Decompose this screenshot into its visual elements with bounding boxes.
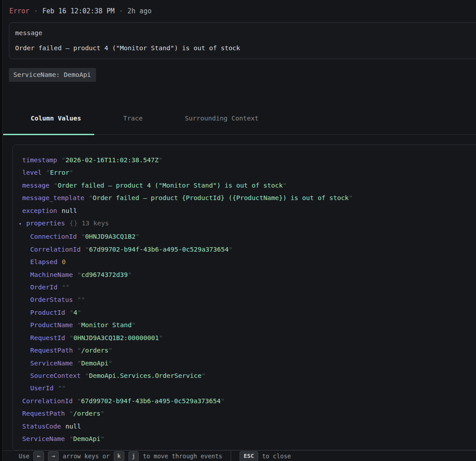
- property-value: "DemoApi": [77, 360, 112, 367]
- header-separator-dot: ·: [119, 7, 123, 16]
- footer-text: arrow keys or: [63, 453, 110, 460]
- property-value: 0: [62, 258, 66, 265]
- property-value: "/orders": [69, 410, 104, 417]
- property-row: CorrelationId"67d99702-b94f-43b6-a495-0c…: [13, 243, 476, 256]
- collapse-caret-icon[interactable]: ▾: [19, 218, 26, 230]
- property-value: "67d99702-b94f-43b6-a495-0c529a373654": [77, 397, 225, 405]
- property-value: null: [65, 423, 81, 430]
- right-arrow-key: →: [48, 451, 59, 461]
- property-key: CorrelationId: [22, 397, 73, 405]
- property-value: "0HNJD9A3CQ1B2": [81, 233, 140, 240]
- property-row: OrderId"": [13, 281, 476, 293]
- property-row: CorrelationId"67d99702-b94f-43b6-a495-0c…: [13, 395, 476, 407]
- property-row: RequestPath"/orders": [13, 407, 476, 420]
- property-row: ServiceName"DemoApi": [13, 357, 476, 369]
- header-separator-dot: ·: [34, 7, 38, 16]
- property-key: OrderId: [30, 284, 57, 291]
- property-key: MachineName: [30, 271, 73, 278]
- property-row: ProductName"Monitor Stand": [13, 319, 476, 331]
- property-row: ProductId"4": [13, 306, 476, 319]
- property-key: exception: [22, 207, 57, 214]
- tab-surrounding-context[interactable]: Surrounding Context: [156, 99, 272, 134]
- footer-text: to close: [262, 453, 291, 460]
- property-list: timestamp"2026-02-16T11:02:38.547Z"level…: [13, 154, 476, 445]
- property-row: RequestId"0HNJD9A3CQ1B2:00000001": [13, 332, 476, 344]
- event-timestamp: Feb 16 12:02:38 PM: [42, 7, 115, 16]
- tab-trace[interactable]: Trace: [94, 99, 156, 134]
- property-row: timestamp"2026-02-16T11:02:38.547Z": [13, 154, 476, 166]
- footer-hints: Use←→arrow keys orkjto move through even…: [3, 450, 476, 461]
- property-key: RequestPath: [22, 410, 65, 417]
- left-arrow-key: ←: [33, 451, 44, 461]
- property-row: UserId"": [13, 382, 476, 394]
- property-key: ProductId: [30, 309, 65, 316]
- property-value: "DemoApi.Services.OrderService": [85, 372, 206, 379]
- property-key: SourceContext: [30, 372, 81, 379]
- property-key: ConnectionId: [30, 233, 77, 240]
- property-row: ▾properties{}13 keys: [13, 217, 476, 230]
- property-value: "67d99702-b94f-43b6-a495-0c529a373654": [85, 246, 233, 253]
- event-detail-panel: Error · Feb 16 12:02:38 PM · 2h ago mess…: [3, 0, 476, 461]
- tab-label: Column Values: [31, 115, 81, 122]
- property-row: exceptionnull: [13, 204, 476, 217]
- property-value: "DemoApi": [69, 435, 104, 442]
- property-value: "4": [70, 309, 81, 316]
- property-row: StatusCodenull: [13, 420, 476, 433]
- property-key: message: [22, 182, 49, 189]
- property-key: properties: [26, 220, 65, 227]
- property-key: ServiceName: [30, 360, 73, 367]
- footer-text: Use: [19, 453, 29, 460]
- property-value: "Order failed — product {ProductId} ({Pr…: [89, 194, 353, 201]
- event-level-label: Error: [9, 7, 29, 16]
- tab-bar: Column Values Trace Surrounding Context: [3, 99, 476, 135]
- property-row: RequestPath"/orders": [13, 344, 476, 357]
- property-value: "": [62, 284, 69, 291]
- event-relative-time: 2h ago: [128, 7, 152, 16]
- property-row: ConnectionId"0HNJD9A3CQ1B2": [13, 230, 476, 243]
- service-name-badge[interactable]: ServiceName: DemoApi: [9, 68, 96, 82]
- tab-column-values[interactable]: Column Values: [3, 99, 94, 134]
- footer-text: to move through events: [143, 453, 222, 460]
- tab-label: Surrounding Context: [185, 115, 259, 122]
- property-key: CorrelationId: [30, 246, 81, 253]
- message-card-text: Order failed — product 4 ("Monitor Stand…: [15, 44, 476, 52]
- property-value: "/orders": [77, 347, 112, 354]
- property-key: level: [22, 169, 42, 176]
- event-header: Error · Feb 16 12:02:38 PM · 2h ago: [3, 0, 476, 16]
- property-key: ProductName: [30, 321, 73, 329]
- property-key: message_template: [22, 194, 84, 201]
- property-value: "cd9674372d39": [77, 271, 132, 278]
- property-key: UserId: [30, 385, 53, 392]
- property-key: OrderStatus: [30, 296, 73, 303]
- property-value: "Error": [46, 169, 73, 176]
- property-row: OrderStatus"": [13, 293, 476, 306]
- property-value: {}13 keys: [69, 220, 109, 227]
- property-key: StatusCode: [22, 423, 61, 430]
- property-value: "2026-02-16T11:02:38.547Z": [62, 156, 163, 164]
- footer-divider: [231, 451, 231, 461]
- message-card: message Order failed — product 4 ("Monit…: [9, 22, 476, 59]
- property-row: SourceContext"DemoApi.Services.OrderServ…: [13, 369, 476, 382]
- object-braces-icon: {}: [69, 220, 78, 227]
- j-key: j: [128, 451, 139, 461]
- property-value: "Monitor Stand": [77, 321, 136, 329]
- property-row: level"Error": [13, 166, 476, 179]
- property-value: null: [62, 207, 77, 214]
- property-key: Elapsed: [30, 258, 57, 265]
- property-value: "": [58, 385, 65, 392]
- property-row: ServiceName"DemoApi": [13, 433, 476, 445]
- object-key-count: 13 keys: [82, 220, 109, 227]
- property-key: RequestPath: [30, 347, 73, 354]
- property-value: "": [77, 296, 85, 303]
- esc-key: ESC: [240, 451, 258, 461]
- property-row: Elapsed0: [13, 256, 476, 268]
- background-page-edge: [0, 0, 3, 461]
- column-values-card: timestamp"2026-02-16T11:02:38.547Z"level…: [12, 144, 476, 450]
- tab-label: Trace: [123, 115, 143, 122]
- property-value: "Order failed — product 4 ("Monitor Stan…: [54, 182, 287, 189]
- property-row: MachineName"cd9674372d39": [13, 269, 476, 281]
- property-row: message_template"Order failed — product …: [13, 192, 476, 204]
- k-key: k: [114, 451, 124, 461]
- property-row: message"Order failed — product 4 ("Monit…: [13, 179, 476, 192]
- property-key: timestamp: [22, 156, 57, 164]
